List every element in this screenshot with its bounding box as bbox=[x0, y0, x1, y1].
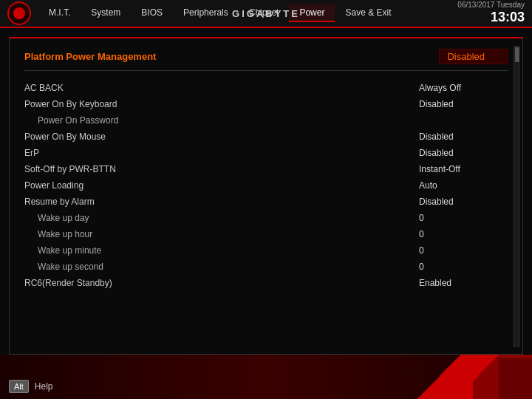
setting-label: Wake up minute bbox=[24, 245, 101, 256]
setting-row[interactable]: Wake up minute0 bbox=[24, 242, 508, 259]
setting-label: Power Loading bbox=[24, 180, 83, 191]
setting-value: Always Off bbox=[419, 83, 508, 93]
setting-row[interactable]: AC BACKAlways Off bbox=[24, 80, 508, 96]
setting-value: 0 bbox=[419, 262, 508, 272]
date-display: 06/13/2017 Tuesday bbox=[457, 1, 525, 10]
section-header: Platform Power Management Disabled bbox=[24, 49, 508, 71]
setting-label: Power On By Keyboard bbox=[24, 99, 117, 109]
setting-value: Disabled bbox=[419, 99, 508, 109]
setting-label: Wake up second bbox=[24, 262, 103, 272]
setting-row[interactable]: Wake up day0 bbox=[24, 210, 508, 226]
brand-logo: GIGABYTE bbox=[232, 8, 300, 19]
setting-value: 0 bbox=[419, 229, 508, 239]
nav-tab-save---exit[interactable]: Save & Exit bbox=[335, 4, 401, 22]
nav-tab-peripherals[interactable]: Peripherals bbox=[173, 4, 239, 22]
setting-value: Disabled bbox=[419, 148, 508, 158]
nav-tab-m-i-t-[interactable]: M.I.T. bbox=[38, 4, 81, 22]
setting-label: Resume by Alarm bbox=[24, 197, 95, 207]
setting-label: Power On Password bbox=[24, 115, 118, 126]
setting-row[interactable]: Wake up hour0 bbox=[24, 226, 508, 242]
setting-value: Enabled bbox=[419, 278, 508, 288]
setting-row[interactable]: ErPDisabled bbox=[24, 145, 508, 161]
deco-rect bbox=[499, 358, 532, 399]
setting-row[interactable]: Power LoadingAuto bbox=[24, 177, 508, 194]
setting-label: Soft-Off by PWR-BTTN bbox=[24, 164, 116, 174]
logo-inner bbox=[13, 7, 25, 19]
content-inner: Platform Power Management Disabled AC BA… bbox=[10, 38, 522, 301]
setting-label: Wake up day bbox=[24, 213, 89, 223]
nav-tab-system[interactable]: System bbox=[81, 4, 131, 22]
main-panel: Platform Power Management Disabled AC BA… bbox=[9, 37, 523, 355]
bg-decoration bbox=[0, 355, 532, 399]
setting-row[interactable]: Wake up second0 bbox=[24, 259, 508, 275]
section-value[interactable]: Disabled bbox=[439, 49, 508, 64]
setting-row[interactable]: Power On By MouseDisabled bbox=[24, 129, 508, 145]
setting-label: ErP bbox=[24, 148, 39, 158]
setting-row[interactable]: RC6(Render Standby)Enabled bbox=[24, 275, 508, 291]
datetime-display: 06/13/2017 Tuesday 13:03 bbox=[457, 1, 525, 26]
setting-row[interactable]: Power On Password bbox=[24, 112, 508, 129]
settings-list: AC BACKAlways OffPower On By KeyboardDis… bbox=[24, 80, 508, 291]
nav-tab-bios[interactable]: BIOS bbox=[131, 4, 173, 22]
setting-label: AC BACK bbox=[24, 83, 64, 93]
setting-value: Auto bbox=[419, 180, 508, 191]
setting-label: RC6(Render Standby) bbox=[24, 278, 112, 288]
help-label: Help bbox=[35, 381, 53, 392]
setting-value: Disabled bbox=[419, 197, 508, 207]
setting-value: 0 bbox=[419, 213, 508, 223]
deco-triangle-2 bbox=[473, 358, 502, 399]
scrollbar-thumb[interactable] bbox=[515, 47, 519, 62]
time-display: 13:03 bbox=[457, 10, 525, 26]
scrollbar[interactable] bbox=[514, 46, 519, 347]
section-title: Platform Power Management bbox=[24, 51, 156, 62]
setting-value: Instant-Off bbox=[419, 164, 508, 174]
footer: Alt Help bbox=[9, 380, 53, 393]
alt-key: Alt bbox=[9, 380, 29, 393]
deco-triangle-1 bbox=[443, 358, 473, 399]
setting-label: Wake up hour bbox=[24, 229, 92, 239]
setting-row[interactable]: Power On By KeyboardDisabled bbox=[24, 96, 508, 112]
setting-row[interactable]: Resume by AlarmDisabled bbox=[24, 194, 508, 210]
setting-value: 0 bbox=[419, 245, 508, 256]
header: M.I.T.SystemBIOSPeripheralsChipsetPowerS… bbox=[0, 0, 532, 28]
setting-row[interactable]: Soft-Off by PWR-BTTNInstant-Off bbox=[24, 161, 508, 177]
setting-label: Power On By Mouse bbox=[24, 132, 106, 142]
setting-value: Disabled bbox=[419, 132, 508, 142]
logo-icon bbox=[7, 1, 31, 25]
